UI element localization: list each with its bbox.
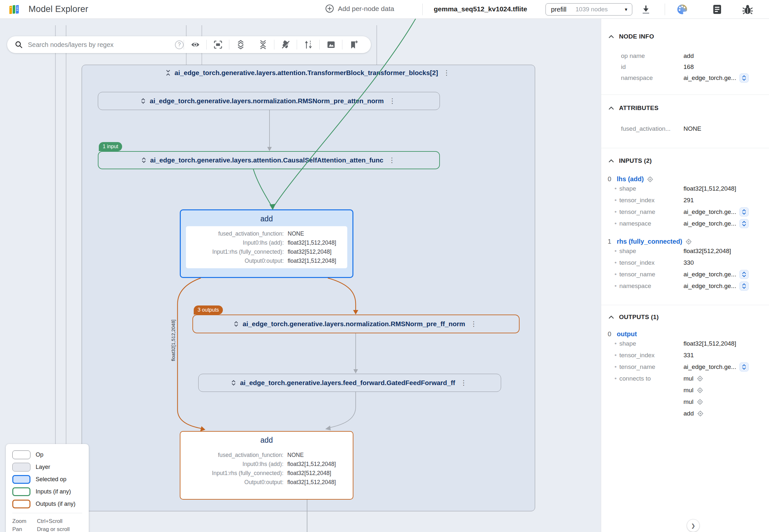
layer-node-rmsnorm-pre-atten-norm[interactable]: ai_edge_torch.generative.layers.normaliz… [98,92,440,110]
input-name-link[interactable]: rhs (fully_connected) [617,238,682,245]
legend-layer-swatch [12,463,30,471]
appbar-divider [422,4,423,15]
expand-text-button[interactable] [740,207,749,216]
legend-inputs-swatch [12,487,30,496]
field-value: ai_edge_torch.ge... [684,218,736,229]
image-icon [327,40,336,49]
outputs-count-badge[interactable]: 3 outputs [194,305,223,315]
locate-node-icon[interactable] [697,375,703,382]
fit-to-screen-button[interactable] [207,36,229,53]
expand-text-button[interactable] [740,270,749,279]
locate-node-icon[interactable] [697,387,703,393]
graph-selector-dropdown[interactable]: prefill 1039 nodes ▼ [545,3,632,16]
connects-to-node: mul [684,373,694,384]
bookmark-add-button[interactable] [342,36,365,53]
field-value: 291 [684,194,694,206]
chevron-up-icon [608,316,614,319]
expand-layer-icon[interactable] [234,321,239,327]
legend-help-value: Drag or scroll [37,525,70,532]
layer-node-gated-feed-forward[interactable]: ai_edge_torch.generative.layers.feed_for… [198,374,501,392]
info-row: namespace ai_edge_torch.ge... [601,72,769,83]
expand-all-layers-button[interactable] [229,36,252,53]
layer-node-causal-self-attention[interactable]: ai_edge_torch.generative.layers.attentio… [98,151,440,169]
more-options-icon[interactable]: ⋮ [459,379,468,387]
expand-layer-icon[interactable] [141,157,146,163]
legend-label: Inputs (if any) [36,488,71,495]
eye-icon [191,40,200,49]
trace-inputs-outputs-button[interactable] [297,36,319,53]
report-bug-button[interactable] [742,4,753,15]
op-node-add-bottom[interactable]: add fused_activation_function:NONE Input… [180,431,353,500]
more-options-icon[interactable]: ⋮ [442,69,451,77]
info-row: op nameadd [601,50,769,61]
expand-text-button[interactable] [740,219,749,228]
fit-screen-icon [214,40,223,49]
graph-canvas[interactable]: ai_edge_torch.generative.layers.attentio… [0,19,601,532]
layer-node-rmsnorm-pre-ff-norm[interactable]: ai_edge_torch.generative.layers.normaliz… [193,315,519,333]
locate-node-icon[interactable] [685,238,692,245]
field-value: 330 [684,257,694,269]
theme-palette-button[interactable] [676,4,688,15]
input-item-header: 0 lhs (add) [601,175,769,183]
model-file-name: gemma_seq512_kv1024.tflite [434,5,527,13]
more-options-icon[interactable]: ⋮ [387,156,396,164]
legend-op-swatch [12,450,30,459]
input-index: 0 [608,175,614,183]
output-name-link[interactable]: output [617,330,637,338]
node-title: ai_edge_torch.generative.layers.normaliz… [150,97,384,105]
inputs-count-badge[interactable]: 1 input [99,142,122,151]
collapse-all-layers-button[interactable] [252,36,274,53]
attribute-value: NONE [684,123,701,134]
plus-circle-icon [325,4,334,13]
info-value: add [684,50,694,61]
collapse-layer-icon[interactable] [165,70,171,76]
canvas-toolbar: ? [7,36,371,53]
export-image-button[interactable] [320,36,342,53]
locate-node-icon[interactable] [697,399,703,405]
field-row: •namespace ai_edge_torch.ge... [601,280,769,292]
section-header-attributes[interactable]: ATTRIBUTES [601,95,769,112]
flatten-layers-button[interactable] [274,36,297,53]
field-row: •tensor_name ai_edge_torch.ge... [601,361,769,373]
field-row: •tensor_name ai_edge_torch.ge... [601,269,769,280]
expand-layer-icon[interactable] [231,380,236,386]
attr-label: fused_activation_function: [189,450,284,460]
dropdown-caret-icon: ▼ [624,7,628,12]
graph-legend: Op Layer Selected op Inputs (if any) Out… [6,444,89,532]
op-node-add-selected[interactable]: add fused_activation_function:NONE Input… [180,209,353,278]
attr-label: Input0:lhs (add): [189,460,284,469]
expand-text-button[interactable] [740,282,749,291]
section-header-node-info[interactable]: NODE INFO [601,19,769,40]
panel-expand-button[interactable]: ❯ [687,519,700,532]
section-header-inputs[interactable]: INPUTS (2) [601,148,769,164]
info-label: id [621,61,684,72]
info-value: 168 [684,61,694,72]
info-label: op name [621,50,684,61]
more-options-icon[interactable]: ⋮ [469,320,478,328]
legend-label: Outputs (if any) [36,501,75,507]
attr-value: NONE [288,229,304,238]
locate-node-icon[interactable] [647,176,653,183]
expand-layer-icon[interactable] [140,98,146,104]
expand-text-button[interactable] [740,362,749,371]
attribute-row: fused_activation... NONE [601,123,769,134]
add-per-node-data-button[interactable]: Add per-node data [325,4,394,13]
download-graph-button[interactable] [640,4,652,15]
attr-label: Input1:rhs (fully_connected): [190,247,284,256]
section-header-outputs[interactable]: OUTPUTS (1) [601,305,769,321]
legend-outputs-swatch [12,500,30,508]
attribute-label: fused_activation... [621,123,684,134]
connects-to-node: add [684,408,694,419]
node-title: ai_edge_torch.generative.layers.feed_for… [240,379,455,387]
visibility-button[interactable] [184,36,206,53]
field-label: tensor_name [619,269,684,280]
more-options-icon[interactable]: ⋮ [388,97,397,105]
expand-text-button[interactable] [740,73,749,83]
legend-label: Selected op [36,476,66,483]
input-name-link[interactable]: lhs (add) [617,175,644,183]
search-input[interactable] [28,41,170,49]
locate-node-icon[interactable] [697,410,704,417]
documentation-button[interactable] [711,4,723,15]
search-help-icon[interactable]: ? [175,40,184,49]
attr-value: float32[1,512,2048] [287,478,336,487]
